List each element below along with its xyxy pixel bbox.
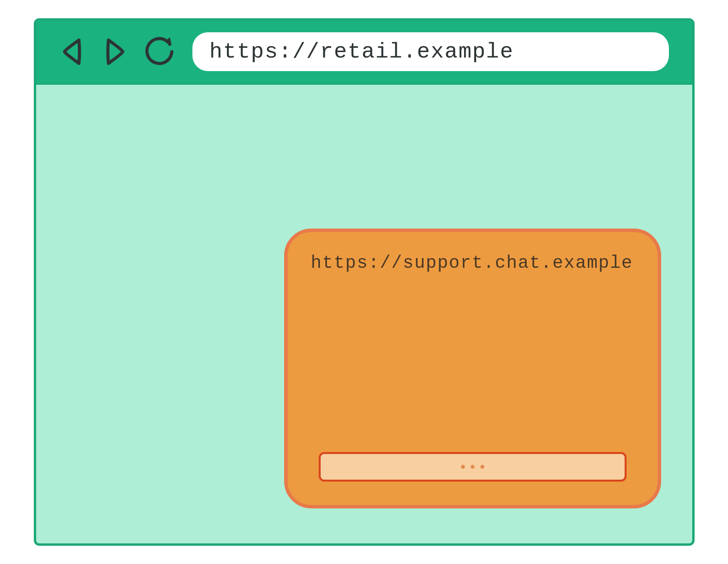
svg-point-0 <box>461 465 465 469</box>
chat-widget: https://support.chat.example <box>284 229 661 508</box>
svg-point-2 <box>480 465 484 469</box>
back-icon[interactable] <box>59 34 87 69</box>
nav-controls <box>59 34 177 69</box>
address-bar-url: https://retail.example <box>209 39 514 64</box>
browser-window: https://retail.example https://support.c… <box>34 18 695 546</box>
browser-toolbar: https://retail.example <box>36 21 692 85</box>
chat-input[interactable] <box>319 452 627 482</box>
page-viewport: https://support.chat.example <box>36 85 692 543</box>
reload-icon[interactable] <box>142 34 177 69</box>
chat-widget-origin: https://support.chat.example <box>311 253 638 273</box>
typing-indicator-icon <box>459 463 486 471</box>
svg-point-1 <box>471 465 475 469</box>
address-bar[interactable]: https://retail.example <box>192 32 669 71</box>
forward-icon[interactable] <box>101 34 128 69</box>
